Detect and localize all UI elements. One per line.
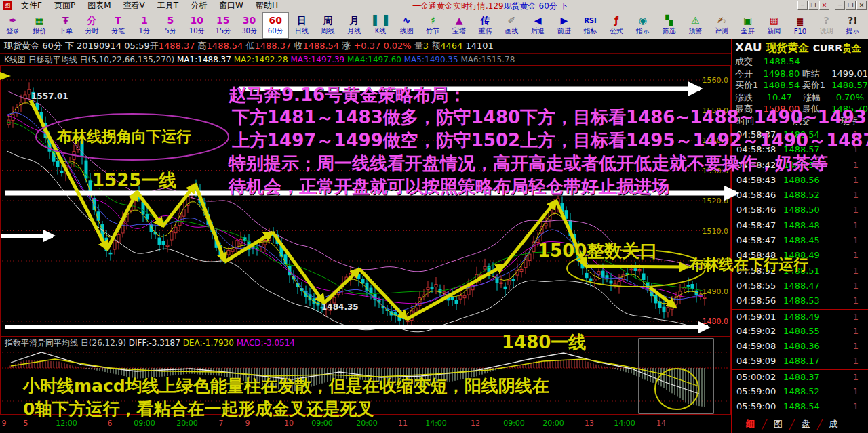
menu-chart[interactable]: 图表M (81, 1, 117, 10)
tick-row[interactable]: 04:59:091488.171 (732, 354, 868, 369)
toolbar-bamboo-button[interactable]: ♯竹节 (420, 12, 446, 39)
tick-row[interactable]: 04:59:011488.491 (732, 309, 868, 324)
tick-row[interactable]: 04:58:471488.481 (732, 218, 868, 233)
bamboo-icon: ♯ (431, 15, 435, 26)
toolbar-retransmit-label: 重传 (479, 26, 492, 36)
tick-row[interactable]: 04:58:481488.491 (732, 248, 868, 263)
30min-icon: 30 (243, 15, 256, 26)
ohlc-status-line: 现货黄金 60分 下 20190914 05:59开1488.37 高1488.… (0, 39, 731, 53)
toolbar-back-button[interactable]: ◀后退 (525, 12, 551, 39)
toolbar-indicator-button[interactable]: RSI指标 (577, 12, 604, 39)
toolbar-alert-button[interactable]: ⚠预警 (682, 12, 709, 39)
toolbar-order-button[interactable]: Ŧ下单 (52, 12, 79, 39)
toolbar-30min-button[interactable]: 3030分 (236, 12, 262, 39)
menu-analysis[interactable]: 分析 (184, 1, 213, 10)
toolbar-1min-button[interactable]: 11分 (131, 12, 157, 39)
instrument-name: 现货黄金 (766, 41, 809, 54)
ma-token-4: MA4:1497.60 (347, 55, 404, 64)
tick-row[interactable]: 04:58:521488.511 (732, 264, 868, 279)
sidebar-tab-盘[interactable]: 盘 (797, 418, 814, 430)
toolbar-filter-button[interactable]: ▚筛选 (656, 12, 682, 39)
sidebar-tab-图[interactable]: 图 (770, 418, 787, 430)
ohlc-token-13: 额 (431, 41, 440, 51)
time-axis-label-8: 10 (284, 419, 294, 428)
tick-list: 04:58:371488.54104:58:381488.57104:58:42… (732, 127, 868, 415)
tick-row[interactable]: 04:58:421488.541 (732, 158, 868, 173)
toolbar-line-chart-button[interactable]: ∿线图 (393, 12, 420, 39)
tick-price: 1488.52 (776, 384, 827, 399)
sidebar-tab-成[interactable]: 成 (825, 418, 842, 430)
toolbar-hint-button[interactable]: ◉指示 (630, 12, 656, 39)
toolbar-draw-line-button[interactable]: ✐画线 (498, 12, 525, 39)
toolbar-5min-button[interactable]: 55分 (157, 12, 184, 39)
candlestick-chart[interactable]: 1560.01550.01540.01530.01520.01510.01500… (0, 65, 731, 337)
outer-restore-button[interactable]: ❐ (846, 1, 856, 10)
tick-row[interactable]: 04:58:551488.471 (732, 279, 868, 293)
tick-row[interactable]: 04:58:461488.521 (732, 188, 868, 203)
toolbar-tips-button[interactable]: ?!提示 (840, 12, 866, 39)
toolbar-daily-button[interactable]: 日日线 (289, 12, 315, 39)
tick-time: 05:59:00 (732, 384, 776, 399)
toolbar-candle-button[interactable]: ▌▐K线 (368, 12, 394, 39)
title-bar: 图 文件F页面P图表M查看V工具T分析窗口W帮助H 一金通黄金实时行情.129现… (0, 0, 868, 12)
tick-row[interactable]: 04:58:471488.451 (732, 233, 868, 248)
5min-icon: 5 (167, 15, 174, 26)
tick-row[interactable]: 05:59:001488.521 (732, 384, 868, 399)
toolbar-fullscreen-button[interactable]: ▣全屏 (734, 12, 761, 39)
toolbar-login-button[interactable]: ✒登录 (0, 12, 26, 39)
sidebar-tab-细[interactable]: 细 (742, 418, 759, 430)
tick-row[interactable]: 04:58:381488.571 (732, 142, 868, 157)
macd-pane[interactable]: 指数平滑异同平均线 日(26,12,9) DIFF:-3.3187 DEA:-1… (0, 337, 731, 415)
tick-row[interactable]: 04:58:461488.501 (732, 203, 868, 218)
toolbar-f10-button[interactable]: ≣F10 (787, 12, 814, 39)
tick-row[interactable]: 04:58:371488.541 (732, 127, 868, 142)
toolbar-intraday-button[interactable]: 分分时 (79, 12, 105, 39)
tick-volume: 1 (827, 158, 868, 173)
outer-minimize-button[interactable]: ─ (835, 1, 845, 10)
menu-view[interactable]: 查看V (117, 1, 151, 10)
ma-token-5: MA5:1490.35 (404, 55, 461, 64)
quote-label: 最低 (802, 103, 831, 115)
toolbar-15min-button[interactable]: 1515分 (210, 12, 237, 39)
toolbar-weekly-button[interactable]: 周周线 (315, 12, 341, 39)
tick-row[interactable]: 04:58:561488.531 (732, 293, 868, 308)
quote-row-2: 买价11488.54卖价11488.57 (732, 79, 868, 91)
toolbar-monthly-button[interactable]: 月月线 (341, 12, 368, 39)
tick-price: 1488.55 (776, 324, 827, 339)
tick-time: 04:58:55 (732, 279, 776, 293)
menu-help[interactable]: 帮助H (250, 1, 284, 10)
tick-row[interactable]: 04:59:021488.551 (732, 324, 868, 339)
tick-row[interactable]: 04:58:431488.561 (732, 173, 868, 188)
menu-file[interactable]: 文件F (15, 1, 48, 10)
toolbar-retransmit-button[interactable]: 传重传 (472, 12, 498, 39)
toolbar-tick-chart-button[interactable]: T分笔 (105, 12, 132, 39)
outer-close-button[interactable]: ✕ (856, 1, 867, 10)
tick-row[interactable]: 05:00:021488.371 (732, 369, 868, 384)
inner-minimize-button[interactable]: ─ (797, 1, 808, 10)
ohlc-token-12: 3 (423, 41, 431, 51)
toolbar-forward-button[interactable]: ▶前进 (551, 12, 577, 39)
inner-close-button[interactable]: ✕ (819, 1, 829, 10)
toolbar-news-button[interactable]: ▧新闻 (761, 12, 787, 39)
tick-row[interactable]: 04:59:081488.361 (732, 339, 868, 354)
time-axis-label-10: 20:00 (356, 419, 378, 428)
alert-icon: ⚠ (691, 15, 700, 26)
menu-window[interactable]: 窗口W (213, 1, 250, 10)
toolbar-news-label: 新闻 (767, 26, 781, 36)
toolbar-evaluate-button[interactable]: ✍评测 (709, 12, 735, 39)
tick-row[interactable]: 05:59:001488.541 (732, 399, 868, 414)
toolbar-15min-label: 15分 (215, 26, 231, 36)
toolbar-60min-button[interactable]: 6060分 (262, 12, 289, 39)
time-axis: 9512:00609:0020:00791009:0020:001114:001… (0, 415, 731, 433)
inner-restore-button[interactable]: ❐ (808, 1, 818, 10)
toolbar-10min-button[interactable]: 1010分 (184, 12, 210, 39)
toolbar-fullscreen-label: 全屏 (741, 26, 755, 36)
toolbar-quotes-button[interactable]: ▦报价 (26, 12, 53, 39)
toolbar-pagoda-button[interactable]: ▲宝塔 (446, 12, 473, 39)
tick-time: 04:59:02 (732, 324, 776, 339)
menu-tools[interactable]: 工具T (151, 1, 184, 10)
menu-page[interactable]: 页面P (48, 1, 81, 10)
ohlc-token-1: 开 (150, 41, 159, 51)
toolbar-help-button[interactable]: ?说明 (813, 12, 840, 39)
toolbar-formula-button[interactable]: ƒ公式 (604, 12, 630, 39)
